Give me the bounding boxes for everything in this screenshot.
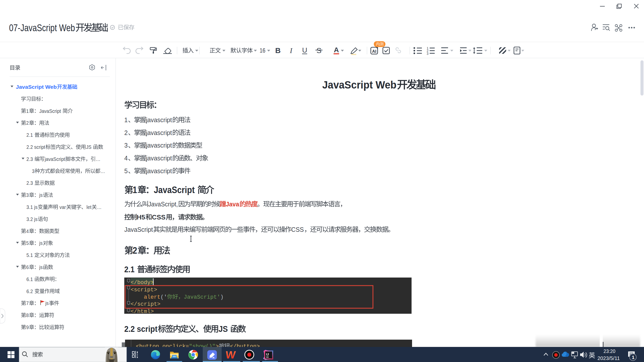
svg-text:JavaScript Web: JavaScript Web: [16, 84, 57, 90]
svg-text:JavaScript': JavaScript': [184, 294, 220, 300]
svg-text:2: 2: [133, 245, 137, 256]
svg-text:javascript: javascript: [146, 154, 172, 162]
svg-text:6: 6: [26, 264, 29, 270]
svg-text:JavaScript Web: JavaScript Web: [322, 79, 396, 91]
svg-text:3.2 js: 3.2 js: [26, 216, 37, 222]
svg-text:5.1: 5.1: [26, 252, 34, 258]
svg-text:let: let: [87, 204, 92, 210]
svg-text:6.1: 6.1: [26, 276, 34, 282]
svg-text:…: …: [100, 168, 105, 174]
svg-text:var: var: [58, 204, 66, 210]
svg-text:JS: JS: [219, 324, 230, 334]
svg-text:Java: Java: [226, 200, 239, 208]
svg-text:javascript: javascript: [146, 142, 172, 149]
svg-text:(': (': [160, 294, 167, 300]
svg-text:js: js: [39, 264, 43, 270]
svg-text:2023/5/11: 2023/5/11: [597, 355, 620, 361]
svg-text:JavaScript: JavaScript: [39, 108, 62, 114]
svg-text:alert: alert: [131, 294, 160, 300]
svg-text:5: 5: [26, 240, 29, 246]
svg-text:javaScript: javaScript: [45, 156, 65, 162]
svg-text:2.2 script: 2.2 script: [26, 144, 45, 150]
svg-text:2.3: 2.3: [26, 180, 34, 186]
svg-text:2.1: 2.1: [124, 265, 137, 274]
svg-text:2.2 script: 2.2 script: [124, 324, 157, 334]
svg-text:S: S: [316, 46, 321, 55]
svg-text:23:20: 23:20: [603, 348, 615, 354]
svg-text:js: js: [45, 300, 49, 306]
svg-text:07-JavaScript Web: 07-JavaScript Web: [9, 23, 75, 33]
svg-text:A: A: [334, 46, 339, 54]
svg-text:3: 3: [124, 142, 128, 149]
svg-text:8: 8: [26, 312, 29, 318]
svg-text:1: 1: [133, 185, 137, 195]
svg-text:javascript: javascript: [146, 167, 172, 175]
svg-text:javascript: javascript: [146, 129, 172, 137]
svg-text:CSS: CSS: [152, 213, 166, 221]
svg-text:2.3: 2.3: [26, 156, 34, 162]
svg-text:</body: </body: [131, 280, 150, 286]
svg-text:JavaScript,: JavaScript,: [148, 200, 178, 208]
svg-text:U: U: [302, 46, 307, 54]
svg-text:B: B: [275, 46, 281, 55]
svg-text:6.2: 6.2: [26, 288, 34, 294]
svg-text:JS: JS: [86, 144, 93, 150]
svg-text:JavaScript: JavaScript: [124, 226, 153, 233]
svg-text:</html>: </html>: [131, 308, 154, 315]
svg-text:CSS: CSS: [291, 226, 304, 233]
svg-text:5: 5: [124, 167, 128, 175]
svg-text:3: 3: [32, 168, 34, 174]
svg-text:2.1: 2.1: [26, 132, 34, 138]
svg-text:…: …: [97, 204, 102, 210]
svg-text:16: 16: [260, 47, 265, 54]
svg-text:javascript: javascript: [146, 116, 172, 124]
svg-text:H5: H5: [137, 213, 145, 221]
svg-text:AI: AI: [372, 49, 376, 54]
svg-text:3: 3: [427, 52, 428, 56]
svg-text:4: 4: [124, 154, 128, 162]
svg-text:js: js: [39, 192, 43, 198]
svg-text:<script>: <script>: [131, 287, 157, 293]
svg-text:1: 1: [632, 355, 635, 360]
svg-text:js: js: [39, 240, 43, 246]
svg-text:IJ: IJ: [266, 352, 269, 356]
svg-text:2: 2: [26, 120, 29, 126]
svg-text:</script>: </script>: [131, 301, 160, 307]
svg-text:JavaScript: JavaScript: [154, 185, 197, 195]
svg-text:4: 4: [26, 228, 29, 234]
svg-text:1: 1: [26, 108, 29, 114]
svg-text:1: 1: [124, 116, 128, 124]
svg-text:2: 2: [124, 129, 128, 137]
svg-text:3.1 js: 3.1 js: [26, 204, 37, 210]
svg-text:3: 3: [26, 192, 29, 198]
svg-text:7: 7: [26, 300, 29, 306]
svg-text:…: …: [96, 156, 101, 162]
svg-text:W: W: [225, 349, 236, 361]
svg-text:9: 9: [26, 324, 29, 330]
svg-text:): ): [220, 294, 223, 300]
